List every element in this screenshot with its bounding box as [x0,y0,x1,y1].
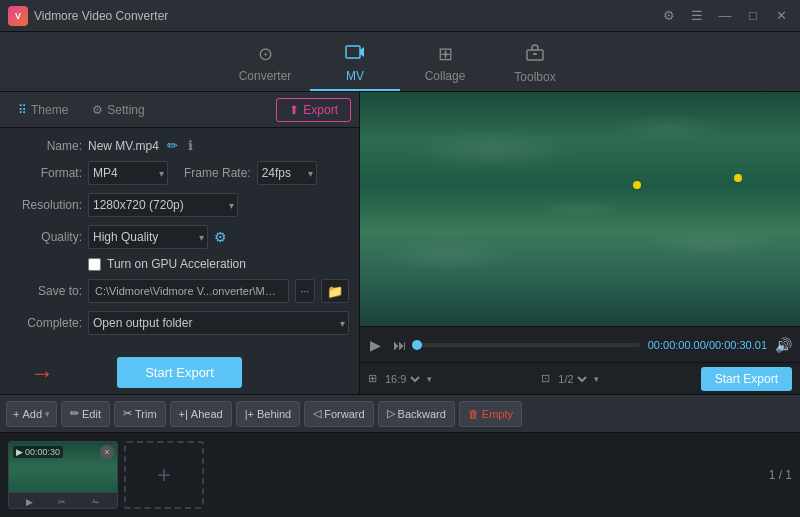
window-controls: ⚙ ☰ — □ ✕ [658,5,792,27]
ratio-section: ⊞ 16:9 4:3 1:1 ▾ [368,372,432,386]
empty-btn[interactable]: 🗑 Empty [459,401,522,427]
app-logo: V [8,6,28,26]
open-folder-btn[interactable]: 📁 [321,279,349,303]
complete-select[interactable]: Open output folder [88,311,349,335]
app-title: Vidmore Video Converter [34,9,168,23]
tab-mv[interactable]: MV [310,37,400,91]
behind-icon: |+ [245,408,254,420]
clip-close-btn[interactable]: × [100,445,114,459]
info-btn[interactable]: ℹ [186,138,195,153]
quality-select-wrap: High Quality [88,225,208,249]
title-bar: V Vidmore Video Converter ⚙ ☰ — □ ✕ [0,0,800,32]
tab-collage[interactable]: ⊞ Collage [400,37,490,91]
clip-cut-btn[interactable]: ✂ [58,497,66,507]
quality-settings-btn[interactable]: ⚙ [214,229,227,245]
play-btn[interactable]: ▶ [368,337,383,353]
main-navigation: ⊙ Converter MV ⊞ Collage Toolbox [0,32,800,92]
add-clip-large-btn[interactable]: + [124,441,204,509]
clip-duration: ▶ 00:00:30 [13,446,63,458]
ahead-icon: +| [179,408,188,420]
volume-btn[interactable]: 🔊 [775,337,792,353]
edit-name-btn[interactable]: ✏ [165,138,180,153]
edit-icon: ✏ [70,407,79,420]
export-tab[interactable]: ⬆ Export [276,98,351,122]
gpu-row: Turn on GPU Acceleration [10,257,349,271]
svg-rect-2 [533,53,537,55]
toolbox-icon [525,43,545,66]
quality-row: Quality: High Quality ⚙ [10,225,349,249]
resolution-select[interactable]: 1280x720 (720p) [88,193,238,217]
left-panel: ⠿ Theme ⚙ Setting ⬆ Export Name: New MV.… [0,92,360,394]
resolution-select-wrap: 1280x720 (720p) [88,193,238,217]
sub-tab-setting[interactable]: ⚙ Setting [82,99,154,121]
behind-btn[interactable]: |+ Behind [236,401,301,427]
start-export-left-btn[interactable]: Start Export [117,357,242,388]
gpu-label: Turn on GPU Acceleration [107,257,246,271]
clip-controls: ▶ ✂ ✁ [9,492,117,509]
name-value: New MV.mp4 [88,139,159,153]
tab-converter[interactable]: ⊙ Converter [220,37,310,91]
format-framerate-row: Format: MP4 Frame Rate: 24fps [10,161,349,185]
close-btn[interactable]: ✕ [770,5,792,27]
zoom-icon: ⊡ [541,372,550,385]
progress-bar[interactable] [417,343,640,347]
quality-select[interactable]: High Quality [88,225,208,249]
sub-tab-theme[interactable]: ⠿ Theme [8,99,78,121]
framerate-select-wrap: 24fps [257,161,317,185]
gpu-checkbox[interactable] [88,258,101,271]
theme-label: Theme [31,103,68,117]
clip-scissors-btn[interactable]: ✁ [92,497,100,507]
converter-icon: ⊙ [258,43,273,65]
name-row: Name: New MV.mp4 ✏ ℹ [10,138,349,153]
format-select[interactable]: MP4 [88,161,168,185]
saveto-label: Save to: [10,284,82,298]
sub-navigation: ⠿ Theme ⚙ Setting ⬆ Export [0,92,359,128]
add-clip-btn-toolbar[interactable]: + Add ▾ [6,401,57,427]
trim-btn[interactable]: ✂ Trim [114,401,166,427]
marker-dot-2 [734,174,742,182]
timeline-toolbar: + Add ▾ ✏ Edit ✂ Trim +| Ahead |+ Behind… [0,394,800,432]
complete-row: Complete: Open output folder [10,311,349,335]
clip-item[interactable]: ▶ 00:00:30 × ▶ ✂ ✁ [8,441,118,509]
marker-dot-1 [633,181,641,189]
time-display: 00:00:00.00/00:00:30.01 [648,339,767,351]
forward-btn[interactable]: ◁ Forward [304,401,373,427]
mv-icon [345,44,365,65]
start-export-right-btn[interactable]: Start Export [701,367,792,391]
minimize-btn[interactable]: — [714,5,736,27]
video-bottom-bar: ⊞ 16:9 4:3 1:1 ▾ ⊡ 1/2 1/1 1/4 ▾ Start E… [360,362,800,394]
export-label: Export [303,103,338,117]
progress-dot [412,340,422,350]
saveto-row: Save to: ··· 📁 [10,279,349,303]
name-label: Name: [10,139,82,153]
tab-converter-label: Converter [239,69,292,83]
resolution-label: Resolution: [10,198,82,212]
saveto-input-group: ··· 📁 [88,279,349,303]
menu-btn[interactable]: ☰ [686,5,708,27]
ratio-icon: ⊞ [368,372,377,385]
resolution-row: Resolution: 1280x720 (720p) [10,193,349,217]
clip-thumbnail: ▶ 00:00:30 × [9,442,117,492]
edit-btn[interactable]: ✏ Edit [61,401,110,427]
ratio-select[interactable]: 16:9 4:3 1:1 [381,372,423,386]
page-count: 1 / 1 [769,468,792,482]
ahead-btn[interactable]: +| Ahead [170,401,232,427]
clip-play-btn[interactable]: ▶ [26,497,33,507]
settings-btn[interactable]: ⚙ [658,5,680,27]
browse-dots-btn[interactable]: ··· [295,279,315,303]
zoom-chevron-icon: ▾ [594,374,599,384]
red-arrow-icon: → [30,359,54,387]
content-area: ⠿ Theme ⚙ Setting ⬆ Export Name: New MV.… [0,92,800,394]
backward-icon: ▷ [387,407,395,420]
format-select-wrap: MP4 [88,161,168,185]
maximize-btn[interactable]: □ [742,5,764,27]
add-chevron-icon: ▾ [45,409,50,419]
zoom-select[interactable]: 1/2 1/1 1/4 [554,372,590,386]
start-export-section: → Start Export [0,345,359,394]
backward-btn[interactable]: ▷ Backward [378,401,455,427]
tab-toolbox[interactable]: Toolbox [490,37,580,91]
next-frame-btn[interactable]: ⏭ [391,337,409,353]
forward-icon: ◁ [313,407,321,420]
saveto-input[interactable] [88,279,289,303]
framerate-select[interactable]: 24fps [257,161,317,185]
